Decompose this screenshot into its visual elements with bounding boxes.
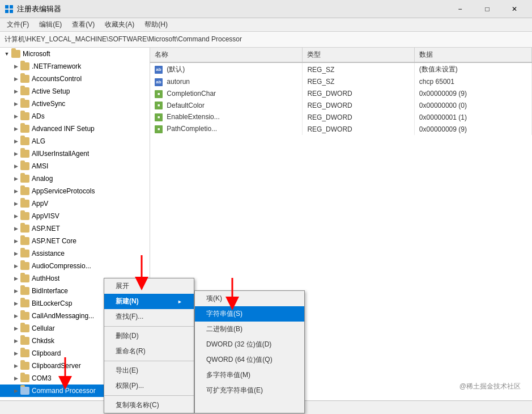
submenu-binary[interactable]: 二进制值(B) [195, 322, 304, 337]
submenu-qword64[interactable]: QWORD (64 位)值(Q) [195, 352, 304, 367]
menu-help[interactable]: 帮助(H) [140, 19, 172, 31]
menu-view[interactable]: 查看(V) [67, 19, 99, 31]
tree-item-alluserinstallagent[interactable]: ▶ AllUserInstallAgent [0, 147, 150, 160]
tree-item-aspnetcore[interactable]: ▶ ASP.NET Core [0, 235, 150, 247]
expand-arrow-activesync: ▶ [11, 99, 20, 108]
context-menu-container: 展开 新建(N) ► 查找(F)... 删除(D) 重命名(R) 导出(E) 权… [104, 278, 305, 413]
ctx-delete[interactable]: 删除(D) [104, 328, 194, 344]
ctx-copy-keyname[interactable]: 复制项名称(C) [104, 398, 194, 413]
submenu-multistring[interactable]: 多字符串值(M) [195, 367, 304, 383]
tree-label-audiocompression: AudioCompressio... [32, 262, 91, 270]
reg-name-cell: ab autorun [150, 76, 303, 88]
tree-label-amsi: AMSI [32, 162, 48, 170]
folder-icon-aspnet [20, 225, 29, 233]
table-row[interactable]: ■ PathCompletio... REG_DWORD 0x00000009 … [150, 123, 532, 135]
menu-favorites[interactable]: 收藏夹(A) [100, 19, 139, 31]
tree-label-alg: ALG [32, 137, 45, 145]
reg-name-cell: ■ DefaultColor [150, 100, 303, 112]
ctx-export[interactable]: 导出(E) [104, 363, 194, 378]
tree-label-accountscontrol: AccountsControl [32, 75, 82, 83]
table-row[interactable]: ab autorun REG_SZ chcp 65001 [150, 76, 532, 88]
folder-icon-analog [20, 175, 29, 183]
table-row[interactable]: ■ EnableExtensio... REG_DWORD 0x00000001… [150, 111, 532, 123]
tree-item-audiocompression[interactable]: ▶ AudioCompressio... [0, 260, 150, 272]
dword-icon: ■ [155, 90, 163, 98]
maximize-button[interactable]: □ [474, 1, 500, 18]
expand-arrow-activesetup: ▶ [11, 87, 20, 96]
ctx-divider-2 [104, 361, 194, 361]
tree-item-netframework[interactable]: ▶ .NETFramework [0, 60, 150, 73]
tree-label-bidinterface: BidInterface [32, 287, 68, 295]
reg-type-cell: REG_DWORD [303, 123, 414, 135]
reg-data-cell: 0x00000009 (9) [414, 88, 531, 100]
folder-icon-alluserinstallagent [20, 150, 29, 158]
watermark: @稀土掘金技术社区 [459, 382, 521, 391]
ab-icon: ab [155, 78, 163, 86]
close-button[interactable]: ✕ [501, 1, 527, 18]
folder-icon-amsi [20, 162, 29, 170]
table-row[interactable]: ■ DefaultColor REG_DWORD 0x00000000 (0) [150, 100, 532, 112]
tree-item-aspnet[interactable]: ▶ ASP.NET [0, 222, 150, 235]
folder-icon-activesetup [20, 87, 29, 95]
app-icon [5, 5, 14, 14]
folder-icon-appvisv [20, 212, 29, 220]
folder-icon-assistance [20, 250, 29, 257]
expand-arrow-com3: ▶ [11, 374, 20, 383]
ctx-rename[interactable]: 重命名(R) [104, 344, 194, 359]
ctx-divider-1 [104, 326, 194, 327]
tree-item-alg[interactable]: ▶ ALG [0, 135, 150, 147]
expand-arrow-bitlockercsp: ▶ [11, 299, 20, 308]
tree-item-analog[interactable]: ▶ Analog [0, 172, 150, 185]
submenu-expandstring[interactable]: 可扩充字符串值(E) [195, 383, 304, 398]
ctx-find[interactable]: 查找(F)... [104, 309, 194, 324]
tree-item-accountscontrol[interactable]: ▶ AccountsControl [0, 73, 150, 85]
tree-item-appv[interactable]: ▶ AppV [0, 197, 150, 210]
tree-label-bitlockercsp: BitLockerCsp [32, 299, 72, 307]
expand-arrow-authhost: ▶ [11, 274, 20, 283]
tree-label-appserviceprotocols: AppServiceProtocols [32, 187, 95, 195]
menu-file[interactable]: 文件(F) [2, 19, 33, 31]
tree-item-activesync[interactable]: ▶ ActiveSync [0, 98, 150, 110]
tree-item-appserviceprotocols[interactable]: ▶ AppServiceProtocols [0, 185, 150, 197]
expand-arrow-microsoft: ▼ [2, 49, 11, 58]
expand-arrow-chkdsk: ▶ [11, 336, 20, 345]
expand-arrow-clipboardserver: ▶ [11, 361, 20, 370]
tree-item-microsoft[interactable]: ▼ Microsoft [0, 48, 150, 60]
menu-edit[interactable]: 编辑(E) [35, 19, 66, 31]
expand-arrow-netframework: ▶ [11, 62, 20, 71]
tree-item-amsi[interactable]: ▶ AMSI [0, 160, 150, 172]
ctx-permissions[interactable]: 权限(P)... [104, 378, 194, 394]
tree-item-assistance[interactable]: ▶ Assistance [0, 247, 150, 260]
tree-item-advancedinfsetup[interactable]: ▶ Advanced INF Setup [0, 122, 150, 135]
reg-name-cell: ■ EnableExtensio... [150, 111, 303, 123]
expand-arrow-appvisv: ▶ [11, 212, 20, 221]
table-row[interactable]: ab (默认) REG_SZ (数值未设置) [150, 62, 532, 76]
expand-arrow-commandprocessor: ▶ [11, 386, 20, 395]
reg-data-cell: 0x00000009 (9) [414, 123, 531, 135]
folder-icon-authhost [20, 274, 29, 282]
expand-arrow-aspnetcore: ▶ [11, 236, 20, 246]
folder-icon-netframework [20, 62, 29, 70]
ctx-expand[interactable]: 展开 [104, 278, 194, 294]
context-menu: 展开 新建(N) ► 查找(F)... 删除(D) 重命名(R) 导出(E) 权… [104, 278, 194, 413]
tree-label-aspnet: ASP.NET [32, 225, 60, 233]
reg-name: (默认) [167, 65, 185, 73]
submenu-key[interactable]: 项(K) [195, 291, 304, 306]
submenu-string[interactable]: 字符串值(S) [195, 306, 304, 322]
ctx-new[interactable]: 新建(N) ► [104, 294, 194, 309]
folder-icon-clipboardserver [20, 362, 29, 370]
folder-icon-commandprocessor [20, 387, 29, 395]
reg-name-cell: ab (默认) [150, 62, 303, 76]
address-path: 计算机\HKEY_LOCAL_MACHINE\SOFTWARE\Microsof… [5, 35, 242, 44]
reg-name: CompletionChar [167, 90, 216, 98]
tree-item-ads[interactable]: ▶ ADs [0, 110, 150, 122]
minimize-button[interactable]: − [447, 1, 473, 18]
dword-icon: ■ [155, 113, 163, 121]
submenu-dword32[interactable]: DWORD (32 位)值(D) [195, 337, 304, 352]
tree-label-authhost: AuthHost [32, 274, 59, 282]
registry-table: 名称 类型 数据 ab (默认) REG_SZ (数值未设置) ab autor… [150, 48, 532, 135]
reg-type-cell: REG_DWORD [303, 88, 414, 100]
table-row[interactable]: ■ CompletionChar REG_DWORD 0x00000009 (9… [150, 88, 532, 100]
tree-item-appvisv[interactable]: ▶ AppVISV [0, 210, 150, 222]
tree-item-activesetup[interactable]: ▶ Active Setup [0, 85, 150, 98]
